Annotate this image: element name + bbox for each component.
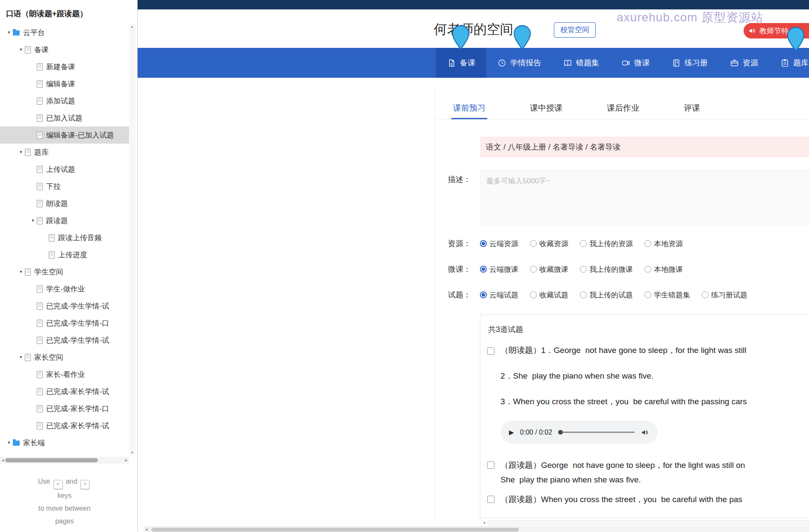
tree-item-编辑备课-已加入试题[interactable]: 编辑备课-已加入试题: [0, 126, 129, 144]
tree-item-云平台[interactable]: ▼云平台: [0, 24, 129, 41]
radio-option-本地微课[interactable]: 本地微课: [644, 265, 683, 274]
tree-item-学生-做作业[interactable]: 学生-做作业: [0, 280, 129, 297]
sidebar-horizontal-scrollbar[interactable]: ◄ ►: [0, 457, 129, 464]
tree-item-跟读题[interactable]: ▼跟读题: [0, 212, 129, 229]
collapse-arrow-icon[interactable]: ▼: [17, 47, 25, 52]
radio-checked-icon[interactable]: [480, 266, 487, 273]
nav-item-微课[interactable]: 微课: [610, 48, 661, 78]
radio-option-label: 云端资源: [489, 239, 518, 249]
scrollbar-track[interactable]: [488, 520, 809, 525]
scroll-up-icon[interactable]: ▲: [129, 25, 135, 29]
question-checkbox[interactable]: [487, 347, 494, 355]
tree-item-跟读上传音频[interactable]: 跟读上传音频: [0, 229, 129, 246]
tree-item-下拉[interactable]: 下拉: [0, 178, 129, 195]
content-horizontal-scrollbar[interactable]: ◄: [482, 520, 809, 525]
question-checkbox[interactable]: [487, 461, 494, 469]
tab-评课[interactable]: 评课: [684, 97, 700, 119]
radio-option-收藏微课[interactable]: 收藏微课: [530, 265, 568, 274]
scroll-left-icon[interactable]: ◄: [1, 458, 5, 462]
tree-item-已完成-家长学情-口[interactable]: 已完成-家长学情-口: [0, 400, 129, 417]
tab-课后作业[interactable]: 课后作业: [607, 97, 639, 119]
tree-item-编辑备课[interactable]: 编辑备课: [0, 75, 129, 92]
nav-item-资源[interactable]: 资源: [719, 48, 769, 78]
tree-item-添加试题[interactable]: 添加试题: [0, 92, 129, 109]
tree-item-家长端[interactable]: ▼家长端: [0, 434, 129, 451]
collapse-arrow-icon[interactable]: ▼: [17, 270, 25, 274]
tree-item-已加入试题[interactable]: 已加入试题: [0, 109, 129, 126]
radio-option-练习册试题[interactable]: 练习册试题: [702, 290, 747, 300]
scrollbar-thumb[interactable]: [151, 528, 519, 532]
pager-hint-use: Use: [38, 478, 50, 485]
radio-option-label: 收藏微课: [539, 265, 568, 274]
radio-icon[interactable]: [644, 240, 651, 247]
nav-item-错题集[interactable]: 错题集: [552, 48, 610, 78]
radio-option-云端微课[interactable]: 云端微课: [480, 265, 518, 274]
radio-icon[interactable]: [530, 240, 537, 247]
horizontal-scrollbar[interactable]: ◄: [144, 526, 809, 532]
tree-item-已完成-学生学情-口[interactable]: 已完成-学生学情-口: [0, 314, 129, 332]
sidebar-vertical-scrollbar[interactable]: ▲ ▼: [129, 24, 135, 456]
radio-option-我上传的试题[interactable]: 我上传的试题: [580, 290, 633, 300]
radio-icon[interactable]: [530, 266, 537, 273]
tree-item-朗读题[interactable]: 朗读题: [0, 195, 129, 212]
collapse-arrow-icon[interactable]: ▼: [17, 355, 25, 359]
radio-option-我上传的资源[interactable]: 我上传的资源: [580, 239, 633, 249]
tree-item-题库[interactable]: ▼题库: [0, 144, 129, 161]
radio-option-云端资源[interactable]: 云端资源: [480, 239, 518, 249]
radio-option-云端试题[interactable]: 云端试题: [480, 290, 518, 300]
page-icon: [37, 422, 43, 429]
radio-icon[interactable]: [644, 266, 651, 273]
tab-课前预习[interactable]: 课前预习: [453, 97, 485, 119]
radio-option-收藏资源[interactable]: 收藏资源: [530, 239, 568, 249]
collapse-arrow-icon[interactable]: ▼: [5, 441, 13, 445]
play-button[interactable]: ▶: [509, 429, 514, 436]
location-pin-icon[interactable]: [512, 25, 532, 50]
radio-icon[interactable]: [530, 291, 537, 298]
location-pin-icon[interactable]: [786, 26, 806, 51]
tree-item-已完成-学生学情-试[interactable]: 已完成-学生学情-试: [0, 297, 129, 314]
tree-item-已完成-学生学情-试[interactable]: 已完成-学生学情-试: [0, 332, 129, 349]
radio-icon[interactable]: [580, 240, 587, 247]
tab-课中授课[interactable]: 课中授课: [530, 97, 562, 119]
nav-item-学情报告[interactable]: 学情报告: [486, 48, 552, 78]
nav-item-题库[interactable]: 题库: [769, 48, 809, 78]
scroll-left-icon[interactable]: ◄: [482, 520, 486, 525]
volume-icon[interactable]: [641, 428, 649, 437]
tree-item-已完成-家长学情-试[interactable]: 已完成-家长学情-试: [0, 383, 129, 400]
school-space-button[interactable]: 校管空间: [554, 22, 596, 38]
radio-icon[interactable]: [580, 266, 587, 273]
location-pin-icon[interactable]: [451, 25, 471, 50]
radio-icon[interactable]: [702, 291, 709, 298]
filter-row: 试题：云端试题收藏试题我上传的试题学生错题集练习册试题: [448, 290, 747, 300]
scrollbar-thumb[interactable]: [5, 458, 98, 462]
radio-option-学生错题集[interactable]: 学生错题集: [644, 290, 690, 300]
nav-item-备课[interactable]: 备课: [436, 48, 486, 78]
collapse-arrow-icon[interactable]: ▼: [29, 218, 37, 223]
collapse-arrow-icon[interactable]: ▼: [5, 30, 13, 35]
tree-item-家长空间[interactable]: ▼家长空间: [0, 349, 129, 366]
description-input[interactable]: 最多可输入5000字~: [480, 170, 809, 224]
radio-option-本地资源[interactable]: 本地资源: [644, 239, 683, 249]
radio-checked-icon[interactable]: [480, 291, 487, 298]
radio-checked-icon[interactable]: [480, 240, 487, 247]
scroll-left-icon[interactable]: ◄: [144, 527, 148, 532]
radio-option-收藏试题[interactable]: 收藏试题: [530, 290, 568, 300]
tree-item-上传试题[interactable]: 上传试题: [0, 161, 129, 178]
tree-item-上传进度[interactable]: 上传进度: [0, 246, 129, 263]
radio-icon[interactable]: [644, 291, 651, 298]
audio-player[interactable]: ▶0:00 / 0:02: [500, 421, 658, 444]
radio-icon[interactable]: [580, 291, 587, 298]
collapse-arrow-icon[interactable]: ▼: [17, 150, 25, 154]
scroll-right-icon[interactable]: ►: [124, 458, 128, 462]
tree-item-学生空间[interactable]: ▼学生空间: [0, 263, 129, 280]
tree-item-家长-看作业[interactable]: 家长-看作业: [0, 366, 129, 383]
audio-progress-bar[interactable]: [558, 432, 635, 433]
nav-item-练习册[interactable]: 练习册: [661, 48, 719, 78]
radio-option-我上传的微课[interactable]: 我上传的微课: [580, 265, 633, 274]
question-checkbox[interactable]: [487, 496, 494, 503]
tree-item-备课[interactable]: ▼备课: [0, 41, 129, 58]
audio-progress-thumb[interactable]: [558, 430, 563, 435]
tree-item-新建备课[interactable]: 新建备课: [0, 58, 129, 75]
tree-item-已完成-家长学情-试[interactable]: 已完成-家长学情-试: [0, 417, 129, 434]
scroll-down-icon[interactable]: ▼: [129, 451, 135, 455]
